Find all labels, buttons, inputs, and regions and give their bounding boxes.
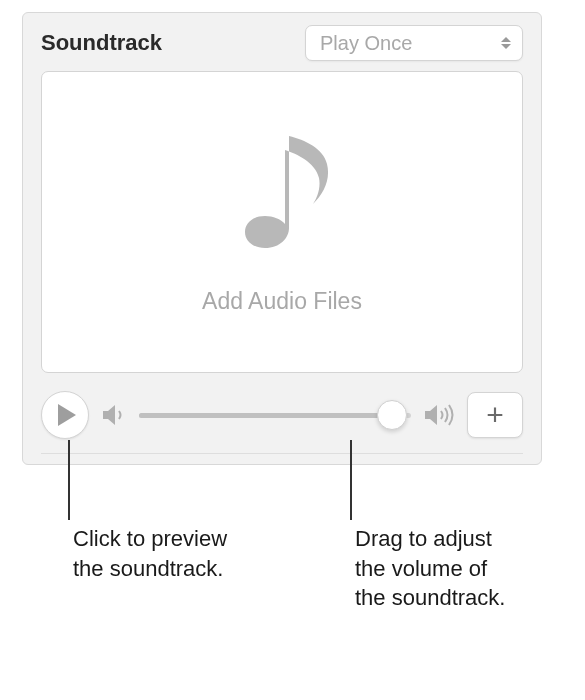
- callout-line-volume: [350, 440, 352, 520]
- divider: [41, 453, 523, 454]
- play-button[interactable]: [41, 391, 89, 439]
- slider-fill: [139, 413, 392, 418]
- volume-high-icon: [423, 402, 455, 428]
- audio-dropzone[interactable]: Add Audio Files: [41, 71, 523, 373]
- dropdown-selected-label: Play Once: [320, 32, 412, 55]
- playback-mode-dropdown[interactable]: Play Once: [305, 25, 523, 61]
- callout-text-preview: Click to previewthe soundtrack.: [73, 524, 227, 583]
- volume-slider[interactable]: [139, 399, 411, 431]
- play-icon: [58, 404, 76, 426]
- dropzone-label: Add Audio Files: [202, 288, 362, 315]
- section-title: Soundtrack: [41, 30, 162, 56]
- callout-line-preview: [68, 440, 70, 520]
- plus-icon: +: [486, 400, 504, 430]
- callout-text-volume: Drag to adjustthe volume ofthe soundtrac…: [355, 524, 505, 613]
- music-note-icon: [227, 130, 337, 270]
- soundtrack-panel: Soundtrack Play Once Add Audio Files: [22, 12, 542, 465]
- volume-low-icon: [101, 403, 127, 427]
- slider-thumb[interactable]: [377, 400, 407, 430]
- controls-row: +: [41, 391, 523, 439]
- slider-track: [139, 413, 411, 418]
- add-audio-button[interactable]: +: [467, 392, 523, 438]
- panel-header: Soundtrack Play Once: [41, 25, 523, 61]
- dropdown-arrows-icon: [494, 29, 518, 57]
